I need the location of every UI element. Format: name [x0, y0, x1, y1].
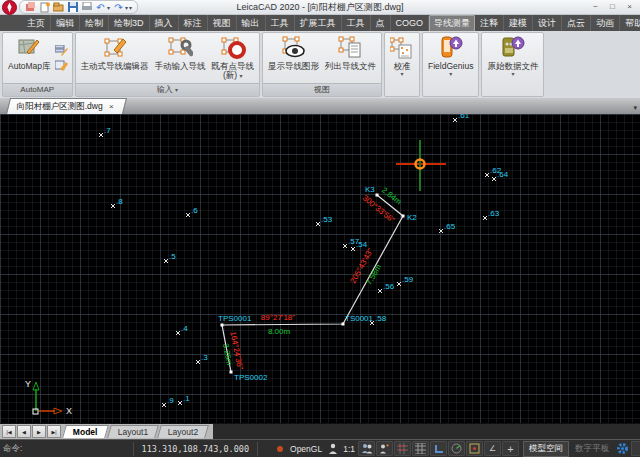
group-label-automap[interactable]: AutoMAP	[3, 83, 72, 96]
point-marker-3[interactable]	[196, 360, 200, 364]
automap-lib-button[interactable]: AutoMap库	[5, 34, 54, 82]
fieldgenius-button[interactable]: FieldGenius ▾	[425, 34, 476, 95]
point-marker-6[interactable]	[186, 213, 190, 217]
settings-gear-icon[interactable]	[615, 442, 630, 455]
layout-tab-layout2[interactable]: Layout2	[157, 425, 209, 438]
existing-point-dropdown-icon[interactable]: ▾	[240, 73, 243, 79]
close-button[interactable]: ×	[622, 2, 637, 13]
document-tab[interactable]: 向阳村棚户区测图.dwg ×	[6, 98, 127, 114]
command-prompt[interactable]: 命令:	[0, 443, 133, 455]
menu-item-2[interactable]: 绘制	[80, 15, 109, 32]
station-marker-K2[interactable]	[402, 215, 405, 218]
menu-item-4[interactable]: 插入	[150, 15, 179, 32]
tab-strip-menu-icon[interactable]: ▾	[633, 104, 637, 112]
point-marker-4[interactable]	[176, 331, 180, 335]
undo-dropdown-icon[interactable]: ▾	[107, 4, 110, 11]
group-label-input[interactable]: 输入 ▾	[76, 83, 260, 96]
clipped-status-icon[interactable]	[631, 441, 640, 456]
existing-point-traverse-button[interactable]: 既有点导线 (新) ▾	[209, 34, 258, 82]
menu-item-12[interactable]: COGO	[391, 16, 430, 30]
new-file-icon[interactable]	[39, 2, 50, 13]
annotation-person-icon[interactable]	[325, 442, 340, 455]
point-marker-53[interactable]	[316, 222, 320, 226]
layout-tab-layout1[interactable]: Layout1	[107, 425, 159, 438]
point-marker-56[interactable]	[378, 289, 382, 293]
point-marker-65[interactable]	[439, 229, 443, 233]
drawing-canvas[interactable]: .7.8.6.5.53.57.54.65.61.62.64.63.59.56.5…	[0, 114, 640, 423]
maximize-button[interactable]: □	[605, 2, 620, 13]
menu-item-7[interactable]: 输出	[237, 15, 266, 32]
station-marker-TPS0002[interactable]	[230, 371, 233, 374]
menu-item-16[interactable]: 设计	[533, 15, 562, 32]
point-marker-59[interactable]	[397, 282, 401, 286]
object-snap-icon[interactable]	[466, 441, 483, 456]
menu-item-14[interactable]: 注释	[475, 15, 504, 32]
menu-item-0[interactable]: 主页	[22, 15, 51, 32]
model-space-button[interactable]: 模型空间	[523, 441, 569, 457]
point-label-58: .58	[375, 314, 387, 323]
dynamic-input-crosshair-icon[interactable]: +	[502, 441, 519, 456]
point-marker-63[interactable]	[483, 216, 487, 220]
group-label-view[interactable]: 视图	[263, 83, 381, 96]
qat-overflow-icon[interactable]: ▾	[129, 4, 132, 11]
menu-item-18[interactable]: 动画	[591, 15, 620, 32]
undo-icon[interactable]: ↶	[95, 2, 106, 13]
menu-item-15[interactable]: 建模	[504, 15, 533, 32]
app-logo-icon[interactable]	[2, 0, 17, 15]
point-marker-64[interactable]	[492, 177, 496, 181]
calibrate-button[interactable]: 校准 ▾	[387, 34, 417, 95]
save-icon[interactable]	[67, 2, 78, 13]
point-marker-5[interactable]	[164, 259, 168, 263]
grid-display-icon[interactable]	[412, 441, 429, 456]
raw-data-file-button[interactable]: 原始数据文件 ▾	[484, 34, 541, 95]
plot-icon[interactable]	[81, 2, 92, 13]
point-marker-1[interactable]	[178, 401, 182, 405]
open-file-icon[interactable]	[53, 2, 64, 13]
automap-qat-icon[interactable]	[25, 2, 36, 13]
calibrate-dropdown-icon[interactable]: ▾	[401, 71, 404, 77]
opengl-label[interactable]: OpenGL	[288, 444, 324, 454]
ortho-mode-icon[interactable]	[430, 441, 447, 456]
station-marker-TPS0001[interactable]	[221, 324, 224, 327]
angle-snap-icon[interactable]: ∠	[484, 441, 501, 456]
minimize-button[interactable]: −	[588, 2, 603, 13]
station-marker-K3[interactable]	[376, 194, 379, 197]
menu-item-9[interactable]: 扩展工具	[295, 15, 342, 32]
fieldgenius-dropdown-icon[interactable]: ▾	[449, 71, 452, 77]
annotation-scale-label[interactable]: 1:1	[341, 444, 357, 454]
raw-data-dropdown-icon[interactable]: ▾	[511, 71, 514, 77]
menu-item-10[interactable]: 工具	[342, 15, 371, 32]
traverse-polyline[interactable]	[222, 195, 403, 372]
automap-layers-button[interactable]	[55, 44, 69, 57]
document-tab-close-icon[interactable]: ×	[109, 102, 114, 111]
automap-edit-button[interactable]	[55, 59, 69, 72]
menu-item-17[interactable]: 点云	[562, 15, 591, 32]
show-traverse-graphics-button[interactable]: 显示导线图形	[265, 34, 322, 82]
snap-mode-icon[interactable]	[394, 441, 411, 456]
menu-item-11[interactable]: 点	[371, 15, 391, 32]
point-marker-8[interactable]	[111, 204, 115, 208]
annotation-user-star-icon[interactable]: *	[376, 441, 393, 456]
point-marker-54[interactable]	[351, 247, 355, 251]
layout-tab-model[interactable]: Model	[62, 425, 108, 438]
redo-icon[interactable]: ↷	[113, 2, 124, 13]
point-marker-7[interactable]	[99, 133, 103, 137]
menu-item-13[interactable]: 导线测量	[429, 15, 475, 32]
point-marker-9[interactable]	[162, 403, 166, 407]
menu-item-19[interactable]: 帮助	[620, 15, 640, 32]
menu-item-8[interactable]: 工具	[266, 15, 295, 32]
menu-item-1[interactable]: 编辑	[51, 15, 80, 32]
annotation-users-icon[interactable]	[358, 441, 375, 456]
menu-item-6[interactable]: 视图	[208, 15, 237, 32]
menu-item-5[interactable]: 标注	[179, 15, 208, 32]
manual-input-traverse-button[interactable]: 手动输入导线	[152, 34, 209, 82]
digitizer-label[interactable]: 数字平板	[570, 442, 614, 456]
active-traverse-editor-button[interactable]: 主动式导线编辑器	[78, 34, 152, 82]
point-marker-61[interactable]	[453, 118, 457, 122]
point-marker-57[interactable]	[343, 244, 347, 248]
point-marker-62[interactable]	[485, 173, 489, 177]
polar-tracking-icon[interactable]	[448, 441, 465, 456]
list-traverse-file-button[interactable]: 列出导线文件	[322, 34, 379, 82]
menu-item-3[interactable]: 绘制3D	[109, 15, 150, 32]
redo-dropdown-icon[interactable]: ▾	[125, 4, 128, 11]
